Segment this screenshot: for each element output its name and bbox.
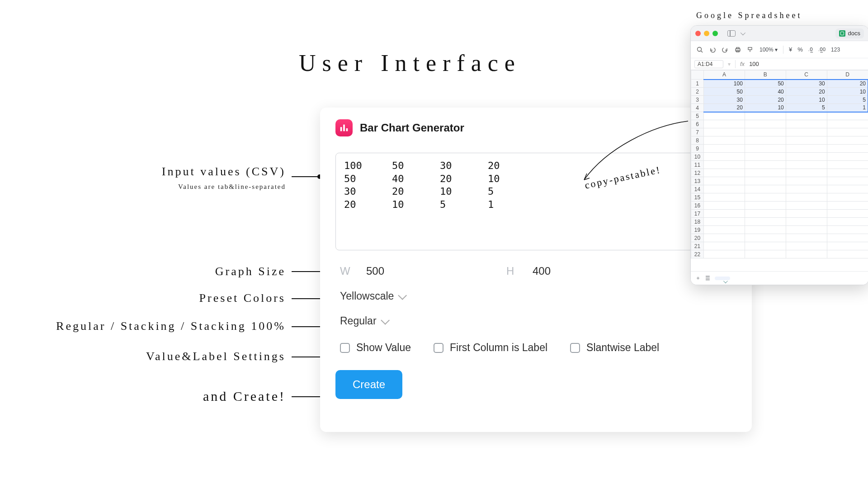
cell[interactable]: 30	[704, 96, 745, 104]
cell[interactable]	[704, 226, 745, 234]
cell[interactable]	[786, 145, 827, 153]
cell[interactable]	[745, 250, 786, 258]
data-row[interactable]: 4201051	[691, 104, 868, 112]
minimize-icon[interactable]	[704, 31, 709, 36]
row-header[interactable]: 5	[691, 112, 704, 120]
cell[interactable]: 10	[827, 88, 868, 96]
cell[interactable]: 30	[786, 80, 827, 88]
chevron-down-icon[interactable]	[741, 30, 745, 35]
currency-icon[interactable]: ¥	[789, 46, 792, 53]
empty-row[interactable]: 22	[691, 250, 868, 258]
col-header[interactable]: A	[704, 70, 745, 80]
empty-row[interactable]: 8	[691, 136, 868, 145]
row-header[interactable]: 2	[691, 88, 704, 96]
cell[interactable]: 50	[745, 80, 786, 88]
cell[interactable]	[745, 112, 786, 120]
cell[interactable]: 20	[745, 96, 786, 104]
row-header[interactable]: 6	[691, 120, 704, 128]
cell[interactable]	[827, 120, 868, 128]
cell[interactable]	[704, 112, 745, 120]
cell[interactable]	[745, 234, 786, 242]
cell[interactable]	[745, 177, 786, 185]
empty-row[interactable]: 19	[691, 226, 868, 234]
cell[interactable]	[745, 153, 786, 161]
row-header[interactable]: 17	[691, 210, 704, 218]
formula-bar[interactable]: 100	[749, 61, 759, 67]
cell[interactable]: 50	[704, 88, 745, 96]
row-header[interactable]: 15	[691, 193, 704, 202]
cell[interactable]	[745, 169, 786, 177]
cell[interactable]	[704, 185, 745, 193]
cell[interactable]	[704, 242, 745, 250]
cell[interactable]	[745, 120, 786, 128]
cell[interactable]: 100	[704, 80, 745, 88]
data-row[interactable]: 250402010	[691, 88, 868, 96]
row-header[interactable]: 19	[691, 226, 704, 234]
data-row[interactable]: 33020105	[691, 96, 868, 104]
cell[interactable]	[745, 226, 786, 234]
add-sheet-button[interactable]: ＋	[695, 274, 701, 282]
cell[interactable]	[786, 177, 827, 185]
increase-decimal-icon[interactable]: .0̲0	[818, 47, 826, 52]
cell[interactable]	[704, 128, 745, 136]
height-input[interactable]	[533, 265, 582, 277]
cell[interactable]	[786, 161, 827, 169]
url-bar[interactable]: docs	[835, 28, 864, 38]
empty-row[interactable]: 5	[691, 112, 868, 120]
sheet-tab[interactable]	[715, 277, 730, 280]
empty-row[interactable]: 7	[691, 128, 868, 136]
col-header[interactable]: C	[786, 70, 827, 80]
empty-row[interactable]: 17	[691, 210, 868, 218]
cell[interactable]	[786, 202, 827, 210]
spreadsheet-grid[interactable]: ABCD110050302025040201033020105420105156…	[691, 70, 868, 258]
empty-row[interactable]: 12	[691, 169, 868, 177]
cell[interactable]	[786, 226, 827, 234]
close-icon[interactable]	[695, 31, 701, 36]
print-icon[interactable]	[734, 46, 741, 53]
percent-icon[interactable]: %	[797, 46, 803, 53]
cell[interactable]	[786, 128, 827, 136]
cell[interactable]: 20	[786, 88, 827, 96]
cell[interactable]: 20	[704, 104, 745, 112]
cell[interactable]	[786, 210, 827, 218]
row-header[interactable]: 7	[691, 128, 704, 136]
cell[interactable]	[786, 136, 827, 145]
cell[interactable]	[786, 242, 827, 250]
cell[interactable]	[704, 161, 745, 169]
cell[interactable]: 10	[786, 96, 827, 104]
cell[interactable]	[827, 250, 868, 258]
cell[interactable]	[704, 177, 745, 185]
empty-row[interactable]: 9	[691, 145, 868, 153]
cell[interactable]	[745, 193, 786, 202]
cell[interactable]	[827, 202, 868, 210]
cell[interactable]	[827, 193, 868, 202]
cell[interactable]	[786, 120, 827, 128]
cell[interactable]	[704, 136, 745, 145]
data-row[interactable]: 1100503020	[691, 80, 868, 88]
row-header[interactable]: 4	[691, 104, 704, 112]
empty-row[interactable]: 6	[691, 120, 868, 128]
cell[interactable]: 40	[745, 88, 786, 96]
cell[interactable]	[786, 153, 827, 161]
empty-row[interactable]: 20	[691, 234, 868, 242]
decrease-decimal-icon[interactable]: .0̲	[808, 47, 813, 52]
cell[interactable]	[704, 153, 745, 161]
cell[interactable]	[786, 193, 827, 202]
row-header[interactable]: 18	[691, 218, 704, 226]
cell[interactable]	[827, 210, 868, 218]
row-header[interactable]: 12	[691, 169, 704, 177]
row-header[interactable]: 10	[691, 153, 704, 161]
cell[interactable]	[786, 250, 827, 258]
maximize-icon[interactable]	[712, 31, 718, 36]
empty-row[interactable]: 11	[691, 161, 868, 169]
cell[interactable]	[786, 185, 827, 193]
width-input[interactable]	[366, 265, 416, 277]
empty-row[interactable]: 18	[691, 218, 868, 226]
format123-icon[interactable]: 123	[831, 47, 840, 53]
cell[interactable]	[704, 202, 745, 210]
cell[interactable]	[827, 112, 868, 120]
cell[interactable]	[704, 193, 745, 202]
all-sheets-button[interactable]: ☰	[705, 275, 710, 282]
cell[interactable]	[704, 210, 745, 218]
cell[interactable]	[704, 234, 745, 242]
